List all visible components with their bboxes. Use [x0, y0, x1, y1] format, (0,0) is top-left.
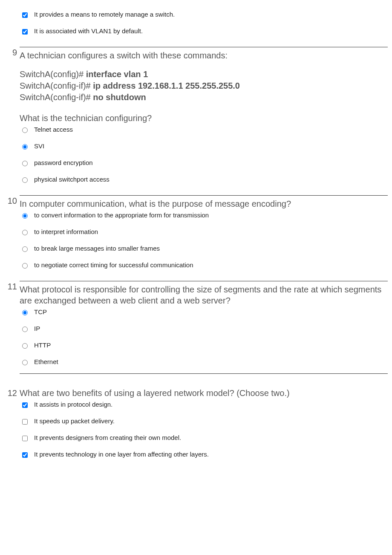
checkbox-option[interactable] — [22, 402, 28, 408]
question-body: A technician configures a switch with th… — [20, 47, 388, 192]
option-row: It assists in protocol design. — [20, 400, 388, 409]
option-row: Ethernet — [20, 358, 388, 367]
option-label: HTTP — [34, 341, 51, 350]
radio-option[interactable] — [22, 263, 28, 269]
question-9: 9 A technician configures a switch with … — [4, 47, 388, 192]
question-number: 12 — [4, 387, 20, 467]
question-prompt-followup: What is the technician configuring? — [20, 113, 388, 124]
checkbox-option[interactable] — [22, 419, 28, 425]
question-number-empty — [4, 9, 20, 43]
option-label: to break large messages into smaller fra… — [34, 244, 160, 253]
option-row: to break large messages into smaller fra… — [20, 244, 388, 253]
question-body: What are two benefits of using a layered… — [20, 387, 388, 467]
option-row: It speeds up packet delivery. — [20, 417, 388, 426]
option-row: password encryption — [20, 159, 388, 168]
option-row: IP — [20, 324, 388, 333]
radio-option[interactable] — [22, 161, 28, 166]
option-label: password encryption — [34, 159, 93, 167]
radio-option[interactable] — [22, 127, 28, 133]
radio-option[interactable] — [22, 177, 28, 183]
option-row: It provides a means to remotely manage a… — [20, 10, 388, 19]
question-tail: It provides a means to remotely manage a… — [4, 9, 388, 43]
option-input-wrap — [20, 27, 34, 36]
option-label: It prevents designers from creating thei… — [34, 434, 181, 442]
question-prompt: In computer communication, what is the p… — [20, 198, 388, 209]
option-row: It prevents designers from creating thei… — [20, 434, 388, 442]
radio-option[interactable] — [22, 310, 28, 315]
option-row: It prevents technology in one layer from… — [20, 450, 388, 459]
option-label: Ethernet — [34, 358, 58, 366]
option-label: to convert information to the appropriat… — [34, 211, 209, 220]
option-input-wrap — [20, 10, 34, 19]
question-11: 11 What protocol is responsible for cont… — [4, 281, 388, 374]
question-prompt: What are two benefits of using a layered… — [20, 387, 388, 399]
radio-option[interactable] — [22, 144, 28, 150]
option-row: to interpret information — [20, 228, 388, 237]
option-row: to convert information to the appropriat… — [20, 211, 388, 220]
option-row: physical switchport access — [20, 175, 388, 184]
question-number: 11 — [4, 281, 20, 374]
option-label: physical switchport access — [34, 175, 110, 184]
option-label: IP — [34, 324, 40, 333]
checkbox-option[interactable] — [22, 436, 28, 441]
option-row: TCP — [20, 308, 388, 317]
option-label: It speeds up packet delivery. — [34, 417, 115, 425]
question-code-block: SwitchA(config)# interface vlan 1 Switch… — [20, 69, 388, 103]
option-label: It is associated with VLAN1 by default. — [34, 27, 143, 35]
option-row: to negotiate correct timing for successf… — [20, 261, 388, 270]
radio-option[interactable] — [22, 360, 28, 365]
question-10: 10 In computer communication, what is th… — [4, 195, 388, 278]
option-label: to negotiate correct timing for successf… — [34, 261, 193, 269]
radio-option[interactable] — [22, 327, 28, 332]
question-12: 12 What are two benefits of using a laye… — [4, 387, 388, 467]
checkbox-option[interactable] — [22, 12, 28, 18]
option-row: It is associated with VLAN1 by default. — [20, 27, 388, 36]
radio-option[interactable] — [22, 213, 28, 219]
option-label: It assists in protocol design. — [34, 400, 112, 409]
option-label: It provides a means to remotely manage a… — [34, 10, 175, 19]
option-label: to interpret information — [34, 228, 98, 236]
option-row: HTTP — [20, 341, 388, 350]
option-label: Telnet access — [34, 125, 73, 134]
question-number: 9 — [4, 47, 20, 192]
option-label: It prevents technology in one layer from… — [34, 450, 209, 459]
checkbox-option[interactable] — [22, 29, 28, 35]
checkbox-option[interactable] — [22, 452, 28, 458]
question-body: What protocol is responsible for control… — [20, 281, 388, 374]
option-label: SVI — [34, 142, 44, 150]
question-body: In computer communication, what is the p… — [20, 195, 388, 278]
question-number: 10 — [4, 195, 20, 278]
option-row: SVI — [20, 142, 388, 151]
question-prompt-intro: A technician configures a switch with th… — [20, 50, 388, 61]
option-label: TCP — [34, 308, 47, 316]
radio-option[interactable] — [22, 246, 28, 252]
radio-option[interactable] — [22, 230, 28, 235]
radio-option[interactable] — [22, 343, 28, 349]
option-row: Telnet access — [20, 125, 388, 134]
question-prompt: What protocol is responsible for control… — [20, 284, 388, 306]
